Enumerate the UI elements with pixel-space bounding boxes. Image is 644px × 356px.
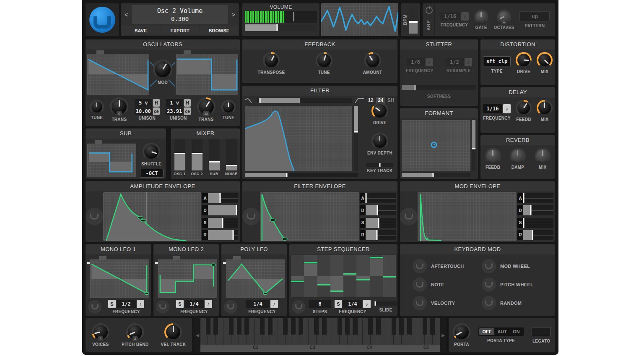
step-5[interactable] (343, 255, 356, 297)
key-black-25[interactable] (399, 318, 404, 335)
filter-attack-slider[interactable] (366, 193, 396, 203)
filter-morph-slider[interactable] (257, 98, 352, 103)
lfo2-mod-source-icon[interactable] (156, 300, 169, 314)
patch-prev-button[interactable]: < (121, 3, 132, 26)
arp-octaves-knob[interactable]: 1 OCTAVES (494, 10, 514, 30)
aftertouch-icon[interactable] (413, 259, 427, 273)
delay-frequency-value[interactable]: 1/16 (483, 104, 502, 113)
voices-knob[interactable]: 4 VOICES (92, 323, 109, 347)
note-icon[interactable] (413, 277, 427, 292)
key-black-15[interactable] (322, 318, 327, 335)
lfo1-mod-source-icon[interactable] (88, 300, 101, 314)
osc2-trans-knob[interactable]: 12 TRANS (197, 97, 216, 122)
reverb-damp-knob[interactable]: DAMP (510, 148, 526, 170)
lfo1-amplitude-slider[interactable] (87, 259, 90, 298)
amp-release-slider[interactable] (208, 230, 238, 240)
osc2-tune-knob[interactable]: TUNE (221, 97, 236, 120)
lfo1-note-icon[interactable]: ♪ (137, 300, 144, 308)
lfo2-sync-button[interactable]: S (176, 300, 184, 308)
poly-lfo-note-icon[interactable]: ♪ (270, 300, 278, 308)
amp-decay-slider[interactable] (208, 205, 238, 215)
osc1-waveform-display[interactable] (87, 54, 149, 95)
step-3[interactable] (317, 255, 330, 297)
osc1-trans-knob[interactable]: 0 TRANS (110, 97, 128, 122)
volume-slider[interactable] (245, 24, 317, 31)
mod-wheel-icon[interactable] (482, 259, 496, 273)
save-button[interactable]: SAVE (122, 26, 160, 35)
keyboard-keys[interactable] (200, 318, 440, 345)
sub-waveform-display[interactable] (87, 144, 136, 177)
lfo2-amplitude-slider[interactable] (155, 259, 158, 298)
key-black-11[interactable] (291, 318, 296, 335)
delay-frequency-note-icon[interactable]: ♪ (503, 104, 511, 113)
mod-source-note[interactable]: NOTE (413, 275, 482, 294)
amp-env-mod-source-icon[interactable] (86, 208, 103, 225)
step-6[interactable] (356, 255, 369, 297)
key-black-22[interactable] (376, 318, 381, 335)
poly-lfo-mod-source-icon[interactable] (224, 300, 237, 314)
key-black-12[interactable] (299, 318, 303, 335)
velocity-icon[interactable] (413, 296, 427, 310)
poly-lfo-amplitude-slider[interactable] (223, 259, 226, 298)
mod-env-mod-source-icon[interactable] (400, 208, 418, 225)
stepseq-slide-slider[interactable] (374, 301, 397, 306)
amp-sustain-slider[interactable] (208, 218, 238, 228)
mod-attack-slider[interactable] (523, 193, 553, 203)
arp-pattern-value[interactable]: up (519, 11, 550, 21)
osc2-wave-selector[interactable] (184, 50, 191, 54)
porta-type-off-button[interactable]: OFF (479, 328, 494, 335)
step-4[interactable] (330, 255, 343, 297)
bpm-slider[interactable] (409, 6, 418, 34)
sub-wave-selector[interactable] (95, 140, 102, 144)
stutter-resample-note-icon[interactable]: ♪ (465, 58, 472, 66)
key-black-3[interactable] (229, 318, 234, 335)
osc2-unison-voices[interactable]: 1 v (166, 99, 183, 107)
lfo1-sync-button[interactable]: S (108, 300, 116, 308)
stepseq-steps-value[interactable]: 8 (309, 300, 331, 308)
keyboard-scroll-right-icon[interactable]: ▶ (440, 318, 446, 352)
porta-type-on-button[interactable]: ON (510, 328, 523, 335)
osc2-unison-detune[interactable]: 23.91 (166, 107, 183, 115)
browse-button[interactable]: BROWSE (200, 26, 238, 35)
key-black-19[interactable] (353, 318, 357, 335)
mod-sustain-slider[interactable] (523, 218, 553, 228)
mod-source-pitch-wheel[interactable]: PITCH WHEEL (482, 275, 551, 294)
lfo2-note-icon[interactable]: ♪ (205, 300, 212, 308)
mod-decay-slider[interactable] (523, 205, 553, 215)
filter-envelope-display[interactable] (260, 192, 359, 241)
delay-feedb-knob[interactable]: FEEDB (516, 100, 532, 122)
mixer-fader-osc1[interactable]: OSC 1 (173, 139, 187, 176)
delay-mix-knob[interactable]: MIX (537, 100, 553, 122)
filter-drive-knob[interactable]: DRIVE (366, 102, 393, 125)
arp-gate-knob[interactable]: GATE (474, 10, 488, 30)
distortion-mix-knob[interactable]: MIX (537, 52, 553, 74)
amp-envelope-display[interactable] (103, 192, 201, 241)
patch-display[interactable]: Osc 2 Volume 0.300 (132, 5, 228, 24)
filter-env-mod-source-icon[interactable] (242, 208, 260, 225)
pitch-bend-knob[interactable]: 2 PITCH BEND (122, 323, 148, 347)
feedback-transpose-knob[interactable]: TRANSPOSE (258, 52, 285, 75)
mod-source-velocity[interactable]: VELOCITY (413, 294, 482, 312)
filter-decay-slider[interactable] (366, 205, 396, 215)
porta-knob[interactable]: PORTA (453, 323, 470, 347)
arp-power-icon[interactable] (426, 7, 433, 14)
filter-sustain-slider[interactable] (366, 218, 396, 228)
mod-envelope-display[interactable] (418, 192, 517, 241)
mod-release-slider[interactable] (523, 230, 553, 240)
filter-cutoff-slider[interactable] (245, 173, 358, 177)
poly-lfo-waveform-display[interactable] (223, 259, 285, 298)
feedback-tune-knob[interactable]: TUNE (316, 52, 332, 75)
pitch-wheel-icon[interactable] (482, 277, 496, 292)
amp-attack-slider[interactable] (208, 193, 238, 203)
vel-track-knob[interactable]: VEL TRACK (161, 323, 186, 347)
stepseq-mod-source-icon[interactable] (292, 300, 305, 314)
filter-resonance-slider[interactable] (354, 106, 358, 171)
formant-xy-dot[interactable] (431, 141, 437, 148)
mixer-fader-noise[interactable]: NOISE (224, 139, 239, 176)
osc1-tune-knob[interactable]: TUNE (90, 97, 104, 120)
filter-response-display[interactable] (245, 106, 352, 171)
step-8[interactable] (383, 255, 396, 297)
mod-source-random[interactable]: RANDOM (482, 294, 551, 312)
filter-env-depth-knob[interactable]: ENV DEPTH (366, 133, 393, 155)
step-2[interactable] (304, 255, 317, 297)
